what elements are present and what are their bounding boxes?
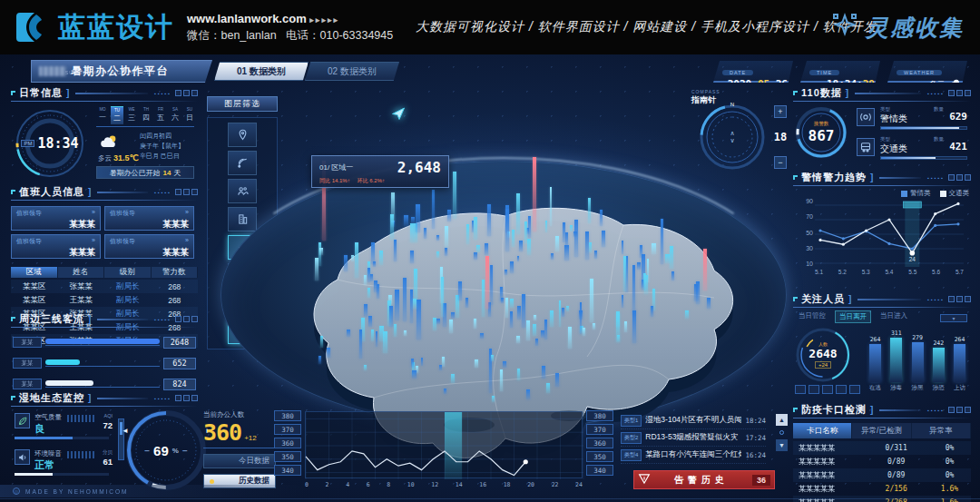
gauge-left-arrow[interactable]: ◄ bbox=[122, 427, 129, 435]
panel-controls[interactable] bbox=[948, 407, 971, 413]
map-bar bbox=[602, 231, 605, 246]
bus-icon bbox=[857, 138, 875, 156]
110-category-value: 421 bbox=[949, 141, 967, 153]
panel-focus-persons: 关注人员]▪▪▪▪▪ 当日管控当日离开当日进入 ▾ 人数 2648 +24 26… bbox=[793, 292, 971, 400]
duty-leader-card: 值班领导» 某某某 bbox=[104, 234, 194, 259]
map-bar bbox=[390, 214, 394, 240]
panel-controls[interactable] bbox=[175, 395, 198, 401]
trend-legend: 警情类 交通类 bbox=[901, 189, 969, 198]
temperature: 31.5℃ bbox=[113, 153, 139, 162]
map-bar bbox=[512, 230, 514, 248]
panel-controls[interactable] bbox=[948, 90, 971, 96]
map-bar bbox=[555, 236, 559, 251]
map-bar bbox=[588, 198, 591, 224]
110-category-name: 交通类 bbox=[880, 143, 907, 155]
map-bar bbox=[487, 204, 491, 236]
alert-type-tag: 类型2 bbox=[621, 432, 642, 444]
map-bar bbox=[519, 241, 523, 251]
duty-leader-card: 值班领导» 某某某 bbox=[11, 234, 101, 259]
x-tick: 22 bbox=[552, 481, 559, 488]
lanlan-logo-icon bbox=[15, 9, 51, 45]
panel-controls[interactable] bbox=[175, 189, 198, 195]
map-bar bbox=[534, 315, 536, 320]
panel-title: 110数据 bbox=[801, 86, 842, 100]
map-bar bbox=[491, 355, 494, 361]
summer-notice: 暑期办公已开始14天 bbox=[96, 166, 194, 179]
focus-gauge-delta: +24 bbox=[815, 361, 831, 369]
duty-card-name: 某某某 bbox=[16, 219, 95, 231]
map-bar bbox=[651, 306, 653, 317]
panel-controls[interactable] bbox=[948, 174, 971, 181]
website-link[interactable]: www.lanlanwork.com bbox=[187, 12, 307, 25]
x-tick: 5.4 bbox=[885, 269, 893, 275]
compass-ring[interactable]: N ∧∨ bbox=[699, 103, 766, 171]
panel-title: 值班人员信息 bbox=[19, 185, 84, 199]
office-count-delta: +12 bbox=[244, 434, 257, 442]
map-bar bbox=[517, 256, 520, 261]
focus-tab[interactable]: 当日离开 bbox=[835, 310, 871, 323]
inspiration-collect[interactable]: 灵感收集 bbox=[831, 12, 964, 43]
alert-text: 某路口有小汽车连闯三个红灯 bbox=[645, 449, 741, 460]
110-category-value: 629 bbox=[949, 111, 967, 123]
map-bar bbox=[632, 310, 636, 343]
map-bar bbox=[347, 330, 349, 336]
map-bar bbox=[359, 330, 363, 359]
panel-police-trend: 警情警力趋势]▪▪▪▪▪ 警情类 交通类 9070503010 24 5.15.… bbox=[793, 171, 971, 290]
legend-item[interactable]: 交通类 bbox=[940, 189, 970, 198]
map-bar bbox=[485, 243, 488, 255]
map-bar bbox=[433, 318, 436, 330]
map-bar bbox=[318, 356, 322, 364]
scroll-down-button[interactable]: ▼ bbox=[776, 439, 788, 451]
map-bar bbox=[413, 299, 416, 309]
focus-icon-row[interactable] bbox=[795, 385, 860, 394]
110-category-name: 警情类 bbox=[880, 113, 907, 125]
map-bar bbox=[696, 281, 700, 304]
tab-data-category[interactable]: 01 数据类别 bbox=[214, 62, 309, 81]
focus-range-dropdown[interactable]: ▾ bbox=[940, 314, 967, 322]
alert-item[interactable]: 类型1 湿地3-104片区有不明人员闯入 18:24 bbox=[621, 412, 766, 429]
panel-controls[interactable] bbox=[948, 296, 971, 302]
flow-bar-label: 某某 bbox=[13, 379, 42, 389]
duty-card-label: 值班领导 bbox=[110, 209, 135, 218]
focus-tab[interactable]: 当日进入 bbox=[877, 310, 911, 323]
map-bar bbox=[644, 275, 648, 294]
map-bar bbox=[376, 331, 378, 347]
map-bar bbox=[528, 216, 531, 238]
y-tick: 350 bbox=[274, 451, 301, 462]
alert-item[interactable]: 类型2 RD13-53烟感报警疑似火灾 17:24 bbox=[621, 429, 766, 447]
zoom-in-button[interactable]: + bbox=[774, 105, 787, 118]
map-bar bbox=[492, 396, 495, 402]
time-label: TIME bbox=[809, 70, 839, 75]
alert-time: 16:24 bbox=[745, 451, 766, 459]
duty-col-header: 级别 bbox=[104, 267, 152, 278]
zoom-out-button[interactable]: − bbox=[774, 156, 787, 169]
map-bar bbox=[500, 369, 503, 391]
eco-slider-left[interactable] bbox=[118, 418, 124, 460]
alert-item[interactable]: 类型4 某路口有小汽车连闯三个红灯 16:24 bbox=[621, 447, 766, 464]
panel-controls[interactable] bbox=[175, 316, 198, 322]
scroll-up-button[interactable]: ▲ bbox=[776, 414, 788, 426]
map-bar bbox=[436, 235, 440, 241]
map-bar bbox=[453, 172, 456, 219]
map-bar bbox=[703, 249, 707, 290]
tab-label: 02 数据类别 bbox=[328, 65, 377, 78]
duty-card-name: 某某某 bbox=[110, 247, 189, 259]
today-data-button[interactable]: 今日数据 bbox=[203, 454, 276, 468]
alert-history-banner[interactable]: 告警历史 36 bbox=[633, 470, 775, 489]
map-bar bbox=[436, 319, 440, 324]
focus-tab[interactable]: 当日管控 bbox=[795, 310, 829, 323]
duty-card-label: 值班领导 bbox=[16, 209, 42, 218]
panel-controls[interactable] bbox=[175, 90, 198, 96]
x-tick: 2 bbox=[326, 481, 329, 488]
legend-item[interactable]: 警情类 bbox=[901, 189, 931, 198]
table-row: 某某某某某 0/89 0% bbox=[793, 468, 971, 482]
map-bar bbox=[517, 306, 520, 320]
x-tick: 5.6 bbox=[932, 269, 940, 275]
clock-time: 18:34 bbox=[37, 135, 78, 152]
map-bar bbox=[580, 302, 583, 334]
tab-data-category[interactable]: 02 数据类别 bbox=[305, 62, 399, 81]
map-bar bbox=[411, 359, 414, 368]
alert-list: 类型1 湿地3-104片区有不明人员闯入 18:24 类型2 RD13-53烟感… bbox=[621, 410, 789, 501]
map-bar bbox=[404, 330, 407, 336]
screenshot-root: 蓝蓝设计 www.lanlanwork.com ▸▸▸▸▸ 微信：ben_lan… bbox=[0, 0, 980, 502]
